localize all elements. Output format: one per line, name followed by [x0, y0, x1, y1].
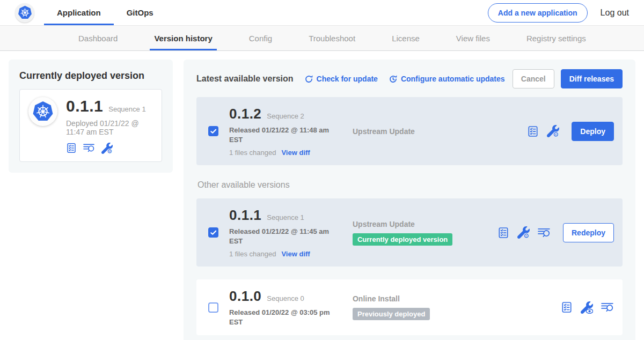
subtab-version-history[interactable]: Version history — [150, 26, 216, 50]
config-gear-icon[interactable] — [101, 143, 113, 154]
deploy-button[interactable]: Deploy — [572, 122, 614, 141]
logout-link[interactable]: Log out — [601, 8, 629, 18]
source-label: Online Install — [353, 294, 497, 303]
source-column: Upstream Update — [353, 127, 497, 136]
release-notes-icon[interactable] — [561, 301, 573, 313]
subtab-view-files[interactable]: View files — [452, 26, 494, 50]
version-checkbox[interactable] — [208, 126, 218, 136]
version-checkbox[interactable] — [208, 227, 218, 238]
config-eye-icon[interactable] — [581, 301, 593, 314]
row-actions: Deploy — [527, 122, 614, 141]
currently-deployed-card: Currently deployed version 0.1.1 Sequenc… — [9, 60, 173, 173]
configure-updates-link[interactable]: Configure automatic updates — [389, 75, 505, 84]
main-content: Currently deployed version 0.1.1 Sequenc… — [0, 51, 644, 340]
source-column: Online Install Previously deployed — [353, 294, 497, 320]
latest-version-title: Latest available version — [196, 74, 294, 84]
configure-updates-label: Configure automatic updates — [401, 75, 505, 83]
released-timestamp: Released 01/21/22 @ 11:48 am EST — [229, 125, 339, 144]
row-actions: Redeploy — [497, 223, 614, 242]
subtab-config[interactable]: Config — [245, 26, 276, 50]
preflight-results-icon[interactable] — [601, 301, 614, 313]
deployed-version-info: 0.1.1 Sequence 1 Deployed 01/21/22 @ 11:… — [66, 97, 153, 154]
sequence-label: Sequence 0 — [267, 294, 304, 302]
version-info: 0.1.1 Sequence 1 Released 01/21/22 @ 11:… — [229, 207, 346, 258]
subtab-registry-settings[interactable]: Registry settings — [522, 26, 590, 50]
released-timestamp: Released 01/20/22 @ 03:05 pm EST — [229, 308, 339, 327]
app-sub-nav: Dashboard Version history Config Trouble… — [0, 26, 644, 51]
preflight-results-icon[interactable] — [538, 227, 551, 239]
version-row: 0.1.0 Sequence 0 Released 01/20/22 @ 03:… — [196, 279, 623, 335]
release-notes-icon[interactable] — [497, 227, 509, 239]
other-versions-title: Other available versions — [197, 180, 623, 190]
source-label: Upstream Update — [353, 127, 497, 136]
deployed-timestamp: Deployed 01/21/22 @ 11:47 am EST — [66, 119, 153, 136]
sequence-label: Sequence 1 — [108, 105, 145, 113]
subtab-troubleshoot[interactable]: Troubleshoot — [304, 26, 360, 50]
subtab-license[interactable]: License — [387, 26, 424, 50]
check-for-update-label: Check for update — [317, 75, 378, 83]
status-badge: Currently deployed version — [353, 233, 452, 246]
refresh-icon — [304, 75, 313, 84]
check-icon — [209, 127, 217, 135]
version-row: 0.1.1 Sequence 1 Released 01/21/22 @ 11:… — [196, 198, 623, 267]
add-application-button[interactable]: Add a new application — [488, 3, 588, 23]
source-label: Upstream Update — [353, 220, 497, 228]
latest-version-header: Latest available version Check for updat… — [196, 69, 623, 88]
sequence-label: Sequence 2 — [267, 112, 304, 120]
version-row: 0.1.2 Sequence 2 Released 01/21/22 @ 11:… — [196, 97, 623, 165]
clock-refresh-icon — [389, 75, 398, 84]
release-notes-icon[interactable] — [66, 143, 77, 153]
version-number: 0.1.1 — [229, 207, 261, 224]
cancel-button[interactable]: Cancel — [513, 69, 554, 88]
view-diff-link[interactable]: View diff — [281, 250, 310, 258]
app-kubernetes-icon — [28, 97, 57, 126]
deployed-card-title: Currently deployed version — [19, 70, 162, 82]
files-changed-label: 1 files changed — [229, 250, 276, 258]
kubernetes-logo — [15, 3, 34, 23]
top-nav-right: Add a new application Log out — [488, 3, 644, 23]
row-actions — [561, 301, 614, 314]
version-info: 0.1.0 Sequence 0 Released 01/20/22 @ 03:… — [229, 288, 346, 327]
version-number: 0.1.2 — [229, 106, 261, 122]
diff-releases-button[interactable]: Diff releases — [561, 69, 623, 88]
tab-application[interactable]: Application — [44, 0, 114, 25]
release-notes-icon[interactable] — [527, 125, 539, 137]
top-nav: Application GitOps Add a new application… — [0, 0, 644, 26]
files-changed-label: 1 files changed — [229, 149, 276, 157]
source-column: Upstream Update Currently deployed versi… — [353, 220, 497, 246]
version-number: 0.1.0 — [229, 288, 261, 305]
preflight-results-icon[interactable] — [83, 143, 95, 153]
tab-gitops[interactable]: GitOps — [114, 0, 166, 25]
subtab-dashboard[interactable]: Dashboard — [74, 26, 122, 50]
released-timestamp: Released 01/21/22 @ 11:45 am EST — [229, 227, 339, 246]
status-badge: Previously deployed — [353, 308, 430, 320]
top-tab-bar: Application GitOps — [44, 0, 166, 25]
config-gear-icon[interactable] — [517, 226, 530, 239]
check-for-update-link[interactable]: Check for update — [304, 75, 378, 84]
version-history-panel: Latest available version Check for updat… — [184, 60, 635, 340]
version-checkbox[interactable] — [208, 302, 218, 313]
view-diff-link[interactable]: View diff — [281, 149, 310, 157]
version-info: 0.1.2 Sequence 2 Released 01/21/22 @ 11:… — [229, 106, 346, 157]
sequence-label: Sequence 1 — [267, 213, 304, 221]
check-icon — [209, 228, 217, 236]
redeploy-button[interactable]: Redeploy — [563, 223, 614, 242]
version-number: 0.1.1 — [66, 97, 103, 115]
config-gear-icon[interactable] — [547, 125, 559, 137]
deployed-version-card: 0.1.1 Sequence 1 Deployed 01/21/22 @ 11:… — [19, 89, 162, 162]
